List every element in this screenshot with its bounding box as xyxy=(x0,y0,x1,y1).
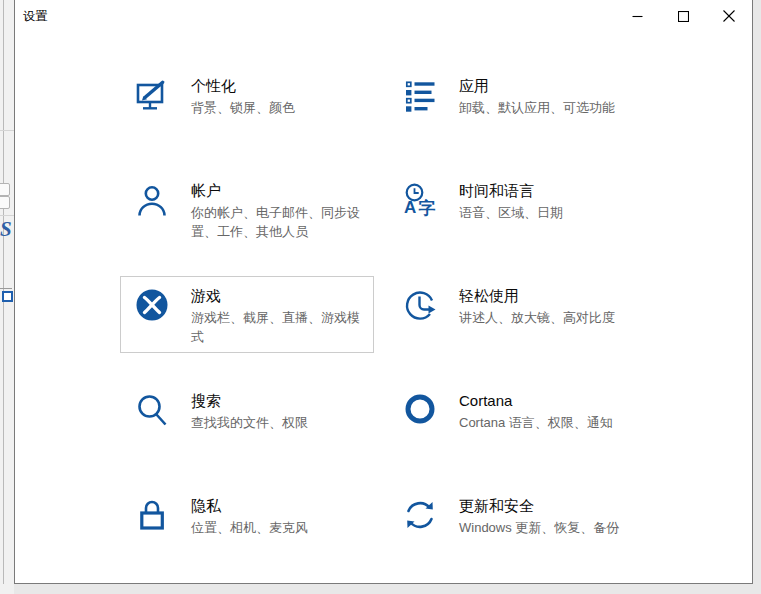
cortana-icon xyxy=(402,392,438,428)
category-subtitle: Windows 更新、恢复、备份 xyxy=(459,518,639,537)
category-title: 隐私 xyxy=(191,496,371,516)
settings-category-search[interactable]: 搜索 查找我的文件、权限 xyxy=(121,382,373,457)
background-window-edge: S xyxy=(0,0,14,594)
category-title: 搜索 xyxy=(191,391,371,411)
settings-category-gaming[interactable]: 游戏 游戏栏、截屏、直播、游戏模式 xyxy=(121,277,373,352)
window-controls xyxy=(614,0,752,32)
background-window-button-partial xyxy=(0,196,10,209)
maximize-icon xyxy=(678,11,689,22)
settings-category-grid: 个性化 背景、锁屏、颜色 应用 卸载、默认应用、可选 xyxy=(121,67,641,562)
settings-category-accounts[interactable]: 帐户 你的帐户、电子邮件、同步设置、工作、其他人员 xyxy=(121,172,373,247)
settings-category-personalization[interactable]: 个性化 背景、锁屏、颜色 xyxy=(121,67,373,142)
minimize-icon xyxy=(632,11,643,22)
privacy-lock-icon xyxy=(134,497,170,533)
category-title: 更新和安全 xyxy=(459,496,639,516)
category-title: 个性化 xyxy=(191,76,371,96)
time-language-icon: A 字 xyxy=(402,182,438,218)
category-subtitle: 背景、锁屏、颜色 xyxy=(191,98,371,117)
personalization-icon xyxy=(134,77,170,113)
gaming-xbox-icon xyxy=(134,287,170,323)
settings-category-ease-of-access[interactable]: 轻松使用 讲述人、放大镜、高对比度 xyxy=(389,277,641,352)
settings-window: 设置 xyxy=(14,0,753,584)
close-button[interactable] xyxy=(706,0,752,32)
category-title: 时间和语言 xyxy=(459,181,639,201)
category-subtitle: 你的帐户、电子邮件、同步设置、工作、其他人员 xyxy=(191,203,371,241)
maximize-button[interactable] xyxy=(660,0,706,32)
settings-category-update-security[interactable]: 更新和安全 Windows 更新、恢复、备份 xyxy=(389,487,641,562)
settings-category-time-language[interactable]: A 字 时间和语言 语音、区域、日期 xyxy=(389,172,641,247)
category-subtitle: 位置、相机、麦克风 xyxy=(191,518,371,537)
search-icon xyxy=(134,392,170,428)
background-window-divider xyxy=(0,288,12,289)
settings-category-privacy[interactable]: 隐私 位置、相机、麦克风 xyxy=(121,487,373,562)
category-title: 应用 xyxy=(459,76,639,96)
apps-icon xyxy=(402,77,438,113)
category-subtitle: 讲述人、放大镜、高对比度 xyxy=(459,308,639,327)
category-title: 轻松使用 xyxy=(459,286,639,306)
minimize-button[interactable] xyxy=(614,0,660,32)
background-window-divider xyxy=(0,215,14,216)
close-icon xyxy=(723,10,735,22)
category-title: 游戏 xyxy=(191,286,371,306)
category-subtitle: 卸载、默认应用、可选功能 xyxy=(459,98,639,117)
ease-of-access-icon xyxy=(402,287,438,323)
category-subtitle: 语音、区域、日期 xyxy=(459,203,639,222)
background-window-s-glyph: S xyxy=(0,217,12,242)
category-title: 帐户 xyxy=(191,181,371,201)
category-title: Cortana xyxy=(459,391,639,411)
category-subtitle: Cortana 语言、权限、通知 xyxy=(459,413,639,432)
update-security-icon xyxy=(402,497,438,533)
window-title: 设置 xyxy=(15,8,48,25)
background-window-divider xyxy=(0,130,14,131)
svg-text:A: A xyxy=(404,198,416,217)
category-subtitle: 查找我的文件、权限 xyxy=(191,413,371,432)
category-subtitle: 游戏栏、截屏、直播、游戏模式 xyxy=(191,308,371,346)
settings-category-apps[interactable]: 应用 卸载、默认应用、可选功能 xyxy=(389,67,641,142)
svg-text:字: 字 xyxy=(419,198,436,218)
background-window-button-partial xyxy=(0,183,10,196)
settings-category-cortana[interactable]: Cortana Cortana 语言、权限、通知 xyxy=(389,382,641,457)
background-window-blue-square-icon xyxy=(2,291,13,302)
accounts-icon xyxy=(134,182,170,218)
